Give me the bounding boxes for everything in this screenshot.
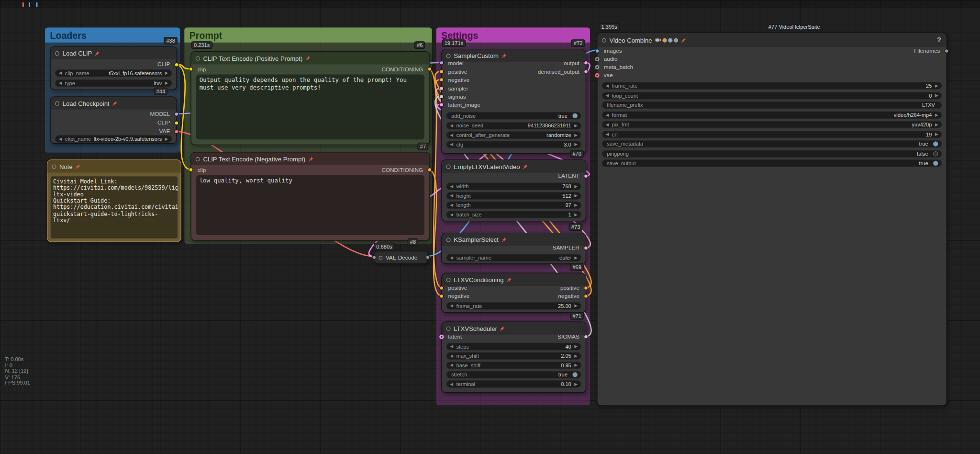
positive-input-port[interactable]: [439, 69, 444, 74]
clip-input-port[interactable]: [189, 168, 193, 172]
node-vae-decode-header[interactable]: VAE Decode: [374, 251, 427, 263]
widget-control-after-generate[interactable]: ◀ control_after_generate randomize ▶: [446, 131, 581, 139]
widget-save-output[interactable]: save_output true: [602, 159, 942, 167]
increment-icon[interactable]: ▶: [165, 137, 168, 141]
decrement-icon[interactable]: ◀: [450, 124, 453, 127]
widget-sampler-name[interactable]: ◀ sampler_name euler ▶: [446, 254, 581, 261]
increment-icon[interactable]: ▶: [935, 123, 938, 126]
collapse-dot-icon[interactable]: [55, 51, 59, 55]
widget-cfg[interactable]: ◀ cfg 3.0 ▶: [446, 141, 581, 148]
decrement-icon[interactable]: ◀: [450, 382, 453, 386]
collapse-dot-icon[interactable]: [196, 56, 200, 60]
node-note-header[interactable]: Note: [47, 160, 180, 172]
increment-icon[interactable]: ▶: [935, 84, 938, 88]
node-video-combine[interactable]: Video Combine ? images audio meta_batch …: [597, 33, 947, 406]
increment-icon[interactable]: ▶: [574, 256, 578, 260]
node-empty-ltxv-header[interactable]: EmptyLTXVLatentVideo: [442, 160, 585, 172]
clip-input-port[interactable]: [189, 67, 193, 71]
decrement-icon[interactable]: ◀: [606, 133, 609, 136]
toggle-on-icon[interactable]: [572, 372, 577, 377]
widget-stretch[interactable]: stretch true: [446, 371, 581, 379]
widget-width[interactable]: ◀ width 768 ▶: [446, 182, 581, 190]
widget-terminal[interactable]: ◀ terminal 0.10 ▶: [446, 380, 581, 388]
widget-add-noise[interactable]: add_noise true: [446, 112, 581, 120]
positive-prompt-textarea[interactable]: Output quality depends upon the quality …: [196, 74, 424, 139]
node-video-combine-header[interactable]: Video Combine: [598, 33, 947, 47]
node-positive-header[interactable]: CLIP Text Encode (Positive Prompt): [191, 52, 430, 64]
decrement-icon[interactable]: ◀: [450, 184, 453, 188]
node-empty-ltxv-latent-video[interactable]: EmptyLTXVLatentVideo LATENT ◀ width 768 …: [441, 159, 586, 221]
increment-icon[interactable]: ▶: [574, 133, 578, 137]
decrement-icon[interactable]: ◀: [450, 194, 453, 198]
clip-output-port[interactable]: [174, 63, 178, 67]
widget-length[interactable]: ◀ length 97 ▶: [446, 202, 581, 209]
decrement-icon[interactable]: ◀: [606, 123, 609, 126]
denoised-output-port[interactable]: [584, 69, 588, 74]
node-ltxv-conditioning-header[interactable]: LTXVConditioning: [442, 273, 585, 286]
widget-loop-count[interactable]: ◀ loop_count 0 ▶: [602, 92, 942, 100]
collapse-dot-icon[interactable]: [446, 326, 451, 330]
decrement-icon[interactable]: ◀: [606, 113, 609, 117]
widget-save-metadata[interactable]: save_metadata true: [602, 140, 942, 148]
collapse-dot-icon[interactable]: [196, 157, 200, 161]
increment-icon[interactable]: ▶: [935, 113, 938, 117]
increment-icon[interactable]: ▶: [574, 363, 578, 367]
node-load-checkpoint[interactable]: Load Checkpoint MODEL CLIP VAE ◀ ckpt_na…: [50, 96, 177, 144]
widget-max-shift[interactable]: ◀ max_shift 2.05 ▶: [446, 352, 581, 360]
increment-icon[interactable]: ▶: [574, 382, 578, 386]
decrement-icon[interactable]: ◀: [606, 94, 609, 98]
output-port[interactable]: [584, 61, 588, 65]
increment-icon[interactable]: ▶: [165, 71, 168, 75]
node-vae-decode[interactable]: VAE Decode: [374, 251, 428, 264]
node-negative-header[interactable]: CLIP Text Encode (Negative Prompt): [191, 153, 430, 165]
collapse-dot-icon[interactable]: [602, 38, 606, 42]
widget-filename-prefix[interactable]: filename_prefix LTXV: [602, 102, 942, 109]
decrement-icon[interactable]: ◀: [450, 133, 453, 137]
widget-frame-rate[interactable]: ◀ frame_rate 25 ▶: [602, 82, 942, 90]
node-sampler-custom[interactable]: SamplerCustom model positive negative sa…: [441, 49, 586, 154]
collapsed-input-port[interactable]: [372, 255, 376, 260]
positive-input-port[interactable]: [439, 286, 444, 290]
widget-frame-rate[interactable]: ◀ frame_rate 25.00 ▶: [446, 302, 581, 310]
decrement-icon[interactable]: ◀: [59, 137, 62, 141]
decrement-icon[interactable]: ◀: [450, 363, 453, 367]
increment-icon[interactable]: ▶: [574, 142, 578, 146]
vae-output-port[interactable]: [174, 129, 178, 134]
node-clip-text-encode-negative[interactable]: CLIP Text Encode (Negative Prompt) clip …: [190, 152, 430, 240]
increment-icon[interactable]: ▶: [935, 133, 938, 136]
collapse-dot-icon[interactable]: [52, 164, 56, 169]
node-ksampler-select[interactable]: KSamplerSelect SAMPLER ◀ sampler_name eu…: [441, 233, 586, 264]
increment-icon[interactable]: ▶: [574, 344, 578, 348]
group-loaders-header[interactable]: Loaders: [45, 27, 180, 42]
negative-input-port[interactable]: [439, 294, 444, 298]
increment-icon[interactable]: ▶: [574, 354, 578, 358]
increment-icon[interactable]: ▶: [935, 94, 938, 98]
node-clip-text-encode-positive[interactable]: CLIP Text Encode (Positive Prompt) clip …: [190, 51, 430, 145]
sampler-input-port[interactable]: [439, 86, 444, 91]
decrement-icon[interactable]: ◀: [450, 354, 453, 358]
latent-image-input-port[interactable]: [439, 102, 444, 107]
negative-prompt-textarea[interactable]: low quality, worst quality: [196, 175, 424, 235]
images-input-port[interactable]: [595, 49, 599, 53]
decrement-icon[interactable]: ◀: [450, 304, 453, 307]
increment-icon[interactable]: ▶: [574, 304, 578, 307]
sigmas-input-port[interactable]: [439, 94, 444, 99]
collapse-dot-icon[interactable]: [379, 256, 383, 260]
decrement-icon[interactable]: ◀: [450, 256, 453, 260]
collapsed-output-port[interactable]: [425, 255, 430, 260]
collapse-dot-icon[interactable]: [55, 101, 59, 105]
toggle-off-icon[interactable]: [933, 151, 938, 156]
negative-output-port[interactable]: [584, 294, 588, 298]
conditioning-output-port[interactable]: [427, 67, 432, 71]
node-note[interactable]: Note Civitai Model Link: https://civitai…: [47, 159, 181, 242]
conditioning-output-port[interactable]: [427, 168, 432, 172]
model-input-port[interactable]: [439, 61, 444, 65]
sigmas-output-port[interactable]: [584, 335, 588, 339]
meta-batch-input-port[interactable]: [595, 65, 599, 69]
widget-pix-fmt[interactable]: ◀ pix_fmt yuv420p ▶: [602, 121, 942, 128]
decrement-icon[interactable]: ◀: [606, 84, 609, 88]
filenames-output-port[interactable]: [945, 49, 949, 53]
negative-input-port[interactable]: [439, 78, 444, 82]
widget-format[interactable]: ◀ format video/h264-mp4 ▶: [602, 111, 942, 119]
widget-base-shift[interactable]: ◀ base_shift 0.95 ▶: [446, 362, 581, 369]
